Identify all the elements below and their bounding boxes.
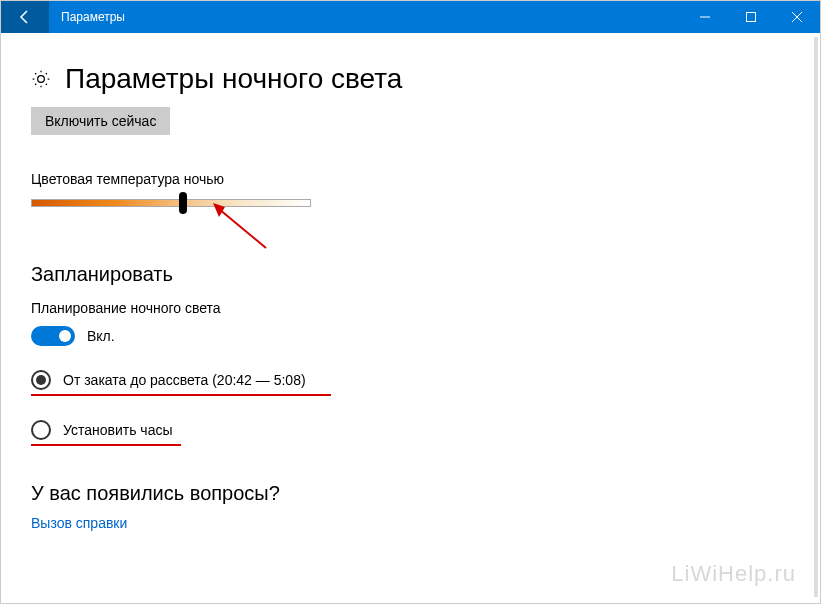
- window-controls: [682, 1, 820, 33]
- window-title: Параметры: [61, 10, 682, 24]
- radio-icon: [31, 370, 51, 390]
- help-link[interactable]: Вызов справки: [31, 515, 127, 531]
- schedule-toggle-row: Вкл.: [31, 326, 790, 346]
- radio-icon: [31, 420, 51, 440]
- close-icon: [792, 12, 802, 22]
- toggle-knob: [59, 330, 71, 342]
- radio-sunset-label: От заката до рассвета (20:42 — 5:08): [63, 372, 306, 388]
- schedule-heading: Запланировать: [31, 263, 790, 286]
- toggle-state-label: Вкл.: [87, 328, 115, 344]
- back-arrow-icon: [17, 9, 33, 25]
- radio-sunset-to-sunrise[interactable]: От заката до рассвета (20:42 — 5:08): [31, 370, 790, 390]
- page-title: Параметры ночного света: [65, 63, 402, 95]
- back-button[interactable]: [1, 1, 49, 33]
- color-temp-slider[interactable]: [31, 199, 311, 207]
- watermark-text: LiWiHelp.ru: [671, 561, 796, 587]
- svg-line-4: [219, 209, 266, 248]
- questions-heading: У вас появились вопросы?: [31, 482, 790, 505]
- maximize-button[interactable]: [728, 1, 774, 33]
- vertical-scrollbar[interactable]: [814, 37, 818, 597]
- annotation-underline: [31, 444, 181, 446]
- close-button[interactable]: [774, 1, 820, 33]
- minimize-button[interactable]: [682, 1, 728, 33]
- slider-thumb[interactable]: [179, 192, 187, 214]
- svg-rect-1: [747, 13, 756, 22]
- radio-hours-label: Установить часы: [63, 422, 173, 438]
- turn-on-now-button[interactable]: Включить сейчас: [31, 107, 170, 135]
- planning-label: Планирование ночного света: [31, 300, 790, 316]
- radio-set-hours[interactable]: Установить часы: [31, 420, 790, 440]
- maximize-icon: [746, 12, 756, 22]
- svg-marker-5: [213, 203, 225, 217]
- gear-icon: [31, 69, 51, 89]
- minimize-icon: [700, 12, 710, 22]
- annotation-underline: [31, 394, 331, 396]
- color-temp-label: Цветовая температура ночью: [31, 171, 790, 187]
- window-titlebar: Параметры: [1, 1, 820, 33]
- annotation-arrow-icon: [211, 203, 271, 253]
- schedule-toggle[interactable]: [31, 326, 75, 346]
- page-header: Параметры ночного света: [31, 63, 790, 95]
- content-area: Параметры ночного света Включить сейчас …: [1, 33, 820, 552]
